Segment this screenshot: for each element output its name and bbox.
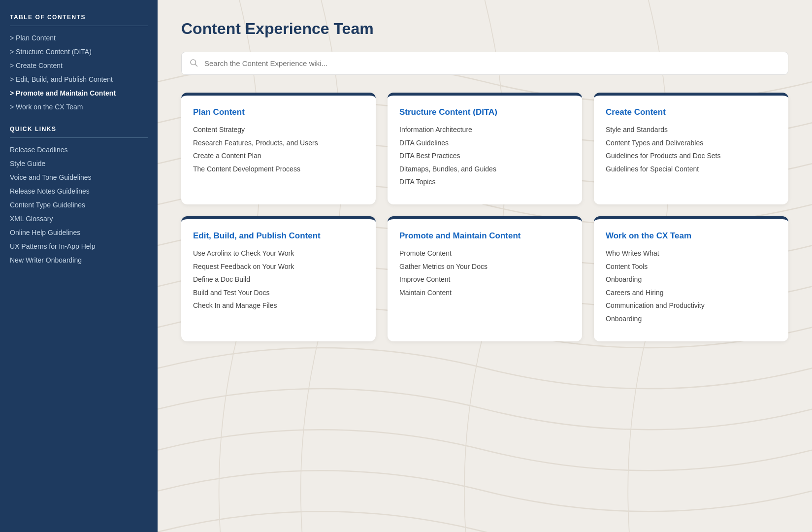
card-link-promote-maintain-1[interactable]: Gather Metrics on Your Docs	[399, 262, 570, 272]
card-link-promote-maintain-0[interactable]: Promote Content	[399, 249, 570, 259]
card-create-content: Create ContentStyle and StandardsContent…	[594, 93, 788, 204]
quick-link-item-6[interactable]: Online Help Guidelines	[10, 228, 148, 237]
card-title-plan-content[interactable]: Plan Content	[193, 107, 364, 117]
quick-link-item-3[interactable]: Release Notes Guidelines	[10, 186, 148, 196]
card-link-create-content-1[interactable]: Content Types and Deliverables	[606, 138, 777, 148]
card-link-work-cx-team-5[interactable]: Onboarding	[606, 314, 777, 324]
card-title-create-content[interactable]: Create Content	[606, 107, 777, 117]
quick-links-divider	[10, 137, 148, 138]
sidebar: TABLE OF CONTENTS > Plan Content> Struct…	[0, 0, 158, 532]
quick-links: Release DeadlinesStyle GuideVoice and To…	[10, 145, 148, 265]
search-container	[181, 52, 788, 75]
toc-divider	[10, 26, 148, 26]
card-title-edit-build-publish[interactable]: Edit, Build, and Publish Content	[193, 231, 364, 241]
toc-item-4[interactable]: > Promote and Maintain Content	[10, 88, 148, 98]
card-link-plan-content-3[interactable]: The Content Development Process	[193, 165, 364, 174]
toc-title: TABLE OF CONTENTS	[10, 14, 148, 21]
quick-link-item-5[interactable]: XML Glossary	[10, 214, 148, 224]
toc-item-3[interactable]: > Edit, Build, and Publish Content	[10, 74, 148, 84]
card-link-create-content-3[interactable]: Guidelines for Special Content	[606, 165, 777, 174]
card-link-edit-build-publish-4[interactable]: Check In and Manage Files	[193, 301, 364, 311]
card-link-create-content-2[interactable]: Guidelines for Products and Doc Sets	[606, 151, 777, 161]
cards-grid: Plan ContentContent StrategyResearch Fea…	[181, 93, 788, 341]
card-link-work-cx-team-4[interactable]: Communication and Productivity	[606, 301, 777, 311]
card-link-structure-content-0[interactable]: Information Architecture	[399, 125, 570, 135]
toc-item-5[interactable]: > Work on the CX Team	[10, 102, 148, 112]
card-link-promote-maintain-3[interactable]: Maintain Content	[399, 288, 570, 298]
card-link-structure-content-2[interactable]: DITA Best Practices	[399, 151, 570, 161]
toc-item-1[interactable]: > Structure Content (DITA)	[10, 47, 148, 57]
card-link-work-cx-team-3[interactable]: Careers and Hiring	[606, 288, 777, 298]
toc-item-0[interactable]: > Plan Content	[10, 33, 148, 43]
card-promote-maintain: Promote and Maintain ContentPromote Cont…	[388, 216, 582, 341]
card-link-work-cx-team-0[interactable]: Who Writes What	[606, 249, 777, 259]
card-link-plan-content-0[interactable]: Content Strategy	[193, 125, 364, 135]
card-link-plan-content-1[interactable]: Research Features, Products, and Users	[193, 138, 364, 148]
card-link-structure-content-1[interactable]: DITA Guidelines	[399, 138, 570, 148]
quick-link-item-7[interactable]: UX Patterns for In-App Help	[10, 241, 148, 251]
card-plan-content: Plan ContentContent StrategyResearch Fea…	[181, 93, 376, 204]
card-edit-build-publish: Edit, Build, and Publish ContentUse Acro…	[181, 216, 376, 341]
card-link-create-content-0[interactable]: Style and Standards	[606, 125, 777, 135]
page-title: Content Experience Team	[181, 20, 788, 38]
card-title-work-cx-team[interactable]: Work on the CX Team	[606, 231, 777, 241]
quick-link-item-2[interactable]: Voice and Tone Guidelines	[10, 172, 148, 182]
card-title-promote-maintain[interactable]: Promote and Maintain Content	[399, 231, 570, 241]
card-link-edit-build-publish-2[interactable]: Define a Doc Build	[193, 275, 364, 285]
card-link-promote-maintain-2[interactable]: Improve Content	[399, 275, 570, 285]
card-link-work-cx-team-1[interactable]: Content Tools	[606, 262, 777, 272]
toc-item-2[interactable]: > Create Content	[10, 61, 148, 70]
card-link-structure-content-3[interactable]: Ditamaps, Bundles, and Guides	[399, 165, 570, 174]
card-structure-content: Structure Content (DITA)Information Arch…	[388, 93, 582, 204]
quick-links-title: QUICK LINKS	[10, 126, 148, 133]
card-link-work-cx-team-2[interactable]: Onboarding	[606, 275, 777, 285]
card-link-edit-build-publish-0[interactable]: Use Acrolinx to Check Your Work	[193, 249, 364, 259]
card-link-plan-content-2[interactable]: Create a Content Plan	[193, 151, 364, 161]
search-input[interactable]	[181, 52, 788, 75]
quick-link-item-4[interactable]: Content Type Guidelines	[10, 200, 148, 210]
card-link-structure-content-4[interactable]: DITA Topics	[399, 177, 570, 187]
svg-line-1	[195, 64, 197, 66]
search-icon	[189, 58, 198, 69]
quick-link-item-8[interactable]: New Writer Onboarding	[10, 255, 148, 265]
card-title-structure-content[interactable]: Structure Content (DITA)	[399, 107, 570, 117]
card-link-edit-build-publish-3[interactable]: Build and Test Your Docs	[193, 288, 364, 298]
card-work-cx-team: Work on the CX TeamWho Writes WhatConten…	[594, 216, 788, 341]
card-link-edit-build-publish-1[interactable]: Request Feedback on Your Work	[193, 262, 364, 272]
main-content: Content Experience Team Plan ContentCont…	[158, 0, 812, 532]
quick-link-item-0[interactable]: Release Deadlines	[10, 145, 148, 155]
quick-link-item-1[interactable]: Style Guide	[10, 159, 148, 168]
toc-items: > Plan Content> Structure Content (DITA)…	[10, 33, 148, 112]
